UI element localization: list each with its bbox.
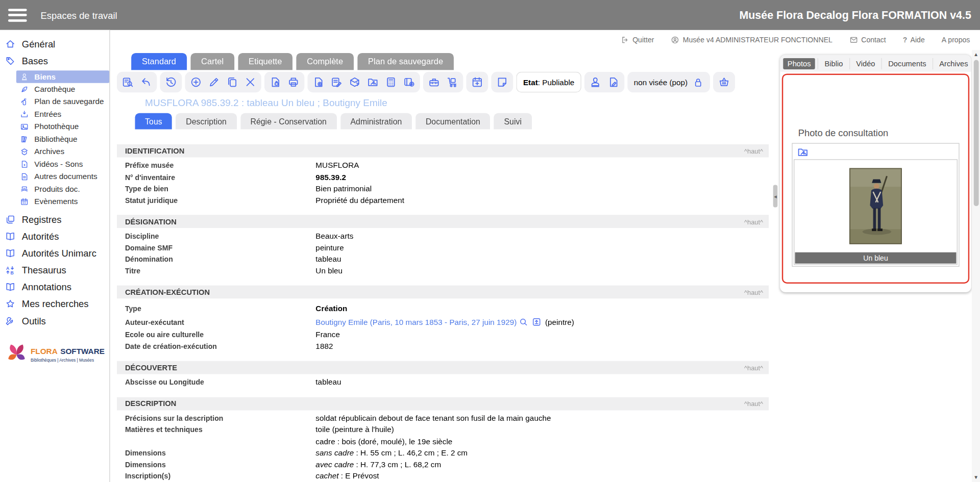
- top-anchor-link[interactable]: ^haut^: [744, 400, 763, 408]
- field-value: Bien patrimonial: [315, 183, 372, 195]
- scroll-up-icon[interactable]: ▲: [972, 50, 980, 59]
- sidebar-item-bases[interactable]: Bases: [0, 53, 109, 69]
- view-tab-plan-de-sauvegarde[interactable]: Plan de sauvegarde: [357, 53, 454, 70]
- doc-edit-button[interactable]: [607, 76, 619, 88]
- calendar-add-button[interactable]: [471, 76, 483, 88]
- photo-frame[interactable]: Un bleu: [794, 159, 958, 265]
- doc-export-button[interactable]: [270, 76, 281, 88]
- delete-button[interactable]: [244, 76, 256, 88]
- sidebar-item-plan-de-sauvegarde[interactable]: Plan de sauvegarde: [16, 95, 109, 108]
- toolbox-button[interactable]: [428, 76, 440, 88]
- sidebar-item-phototheque[interactable]: Photothèque: [16, 120, 109, 133]
- utility-aide[interactable]: ?Aide: [903, 36, 925, 44]
- sidebar-item-outils[interactable]: Outils: [0, 312, 109, 328]
- media-tab-photos[interactable]: Photos: [783, 58, 815, 69]
- panel-splitter[interactable]: ◀: [773, 185, 778, 207]
- field-label: Date de création-exécution: [125, 341, 315, 352]
- sidebar-item-produits-doc[interactable]: Produits doc.: [16, 183, 109, 195]
- sidebar-item-general[interactable]: Général: [0, 36, 109, 52]
- history-button[interactable]: [165, 76, 177, 88]
- stamp-button[interactable]: [590, 76, 601, 88]
- search-icon[interactable]: [519, 317, 528, 326]
- copy-button[interactable]: [226, 76, 238, 88]
- clipboard-edit-button[interactable]: [331, 76, 342, 88]
- folder-image-icon[interactable]: [797, 146, 959, 158]
- photo-box: Un bleu: [792, 143, 959, 266]
- field-row: Précisions sur la descriptionsoldat répu…: [117, 413, 769, 424]
- folder-image-button[interactable]: [367, 76, 379, 88]
- field-label: Dimensions: [125, 459, 315, 470]
- record-tab-suivi[interactable]: Suivi: [494, 113, 532, 130]
- record-tab-administration[interactable]: Administration: [340, 113, 412, 130]
- search-list-button[interactable]: [122, 76, 134, 88]
- hamburger-icon[interactable]: [8, 9, 27, 22]
- authority-link[interactable]: Boutigny Emile (Paris, 10 mars 1853 - Pa…: [315, 318, 517, 326]
- sidebar-item-annotations[interactable]: Annotations: [0, 278, 109, 295]
- sidebar-item-thesaurus[interactable]: ABThesaurus: [0, 262, 109, 278]
- brand-tagline: Bibliothèques | Archives | Musées: [31, 358, 105, 363]
- record-tab-regie-conservation[interactable]: Régie - Conservation: [240, 113, 337, 130]
- scrollbar[interactable]: ▲ ▼: [972, 50, 980, 482]
- print-button[interactable]: [287, 76, 299, 88]
- workspace-label[interactable]: Espaces de travail: [41, 10, 117, 20]
- media-tab-video[interactable]: Vidéo: [849, 58, 881, 69]
- sidebar-item-carotheque[interactable]: Carothèque: [16, 83, 109, 95]
- top-anchor-link[interactable]: ^haut^: [744, 147, 763, 155]
- view-tab-cartel[interactable]: Cartel: [190, 53, 234, 70]
- top-anchor-link[interactable]: ^haut^: [744, 288, 763, 296]
- sidebar-item-autorites-unimarc[interactable]: Autorités Unimarc: [0, 245, 109, 261]
- sidebar-item-biens[interactable]: Biens: [16, 70, 109, 83]
- utility-quitter[interactable]: Quitter: [621, 36, 654, 44]
- sidebar-item-entrees[interactable]: Entrées: [16, 108, 109, 120]
- view-tab-complete[interactable]: Complète: [297, 53, 354, 70]
- book-add-button[interactable]: [403, 76, 415, 88]
- value-line: soldat républicain debout de face tenant…: [315, 413, 551, 424]
- calculator-button[interactable]: [385, 76, 397, 88]
- top-anchor-link[interactable]: ^haut^: [744, 364, 763, 371]
- doc-attach-button[interactable]: [312, 76, 324, 88]
- artwork-thumbnail[interactable]: [849, 168, 902, 244]
- section-header-decouverte: DÉCOUVERTE^haut^: [117, 361, 769, 374]
- scrollbar-thumb[interactable]: [973, 60, 978, 207]
- video-doc-icon: [20, 160, 29, 168]
- sidebar-item-registres[interactable]: Registres: [0, 211, 109, 227]
- record-tab-tous[interactable]: Tous: [135, 113, 172, 130]
- record-tab-documentation[interactable]: Documentation: [415, 113, 490, 130]
- record-tab-description[interactable]: Description: [176, 113, 237, 130]
- doc-edit-icon: [607, 76, 619, 88]
- package-button[interactable]: [349, 76, 360, 88]
- sidebar-item-autres-documents[interactable]: Autres documents: [16, 170, 109, 183]
- add-button[interactable]: [190, 76, 202, 88]
- field-value: Un bleu: [315, 265, 342, 277]
- sidebar-item-videos-sons[interactable]: Vidéos - Sons: [16, 158, 109, 170]
- section-body: DisciplineBeaux-artsDomaine SMFpeintureD…: [117, 228, 769, 281]
- note-button[interactable]: [496, 76, 508, 88]
- sidebar-item-archives[interactable]: Archives: [16, 145, 109, 158]
- topbar: Espaces de travail Musée Flora Decalog F…: [0, 0, 980, 30]
- utility-musee-v4-administrateur-fonctionnel[interactable]: Musée v4 ADMINISTRATEUR FONCTIONNEL: [671, 36, 832, 44]
- utility-contact[interactable]: Contact: [849, 36, 886, 44]
- undo-button[interactable]: [140, 76, 152, 88]
- basket-button[interactable]: [718, 76, 730, 88]
- sidebar-item-autorites[interactable]: Autorités: [0, 228, 109, 244]
- edit-button[interactable]: [208, 76, 220, 88]
- sidebar-item-mes-recherches[interactable]: Mes recherches: [0, 295, 109, 312]
- sidebar-item-evenements[interactable]: Evènements: [16, 195, 109, 208]
- sidebar-item-bibliotheque[interactable]: Bibliothèque: [16, 133, 109, 145]
- media-tab-biblio[interactable]: Biblio: [818, 58, 849, 69]
- open-ext-icon[interactable]: [532, 317, 541, 326]
- field-row: Inscription(s)cachet : E Prévostcachet d…: [117, 470, 769, 482]
- value-text: 985.39.2: [315, 173, 346, 182]
- top-anchor-link[interactable]: ^haut^: [744, 218, 763, 225]
- trolley-button[interactable]: [446, 76, 458, 88]
- field-value: peinture: [315, 242, 344, 253]
- media-tab-archives[interactable]: Archives: [933, 58, 974, 69]
- scroll-down-icon[interactable]: ▼: [972, 473, 980, 481]
- field-value: France: [315, 329, 340, 341]
- utility-a-propos[interactable]: A propos: [942, 36, 970, 44]
- lock-icon[interactable]: [693, 77, 704, 88]
- state-label: Etat : Publiable: [516, 72, 581, 92]
- media-tab-documents[interactable]: Documents: [881, 58, 933, 69]
- view-tab-standard[interactable]: Standard: [131, 53, 187, 70]
- view-tab-etiquette[interactable]: Etiquette: [238, 53, 292, 70]
